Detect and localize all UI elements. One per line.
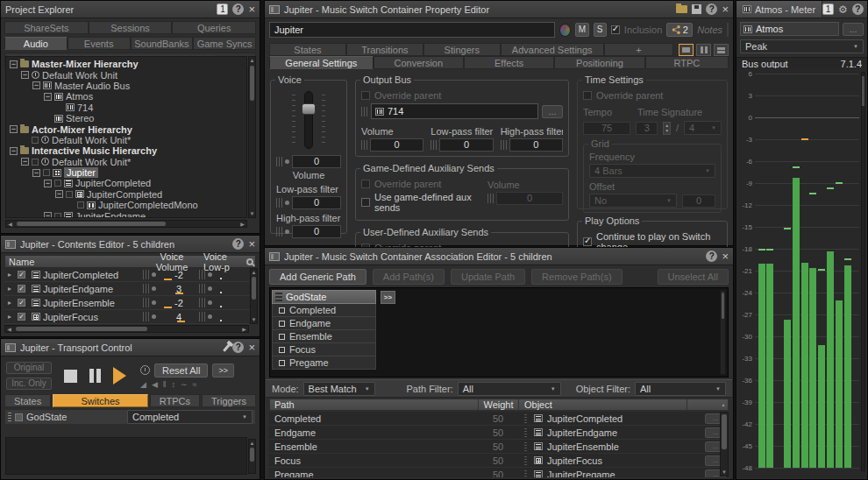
tab-audio[interactable]: Audio	[4, 37, 68, 50]
tree-expander-icon[interactable]: −	[44, 93, 52, 101]
expand-chevron-icon[interactable]: ▸	[4, 285, 15, 293]
tree-node-default-work-unit[interactable]: −Default Work Unit	[6, 69, 246, 80]
tree-expander-icon[interactable]: −	[10, 125, 18, 133]
open-icon[interactable]	[676, 5, 687, 13]
output-bus-selector[interactable]: 714	[371, 103, 538, 119]
window-number-badge[interactable]: 1	[217, 4, 228, 15]
list-item-jupiterendgame[interactable]: ▸✓JupiterEndgame3	[4, 282, 256, 296]
state-group-header[interactable]: GodState	[272, 290, 376, 304]
tree-node-actor-mixer-hierarchy[interactable]: −Actor-Mixer Hierarchy	[6, 124, 246, 134]
tree-checkbox[interactable]	[77, 201, 84, 208]
tab-effects[interactable]: Effects	[464, 56, 554, 69]
tab-sharesets[interactable]: ShareSets	[4, 21, 89, 34]
help-icon[interactable]: ?	[232, 4, 244, 15]
inc-only-button[interactable]: Inc. Only	[6, 378, 52, 390]
tree-node-jupiterendgame[interactable]: −JupiterEndgame	[6, 210, 246, 218]
tree-expander-icon[interactable]: −	[44, 180, 52, 187]
tree-node-master-mixer-hierarchy[interactable]: −Master-Mixer Hierarchy	[6, 59, 246, 69]
browse-meter-bus-button[interactable]: ...	[843, 23, 864, 36]
close-icon[interactable]: ×	[722, 252, 729, 261]
tree-expander-icon[interactable]: −	[10, 147, 18, 155]
sync-clock-icon[interactable]	[140, 365, 150, 375]
unselect-all-button[interactable]: Unselect All	[658, 269, 729, 285]
meter-mode-dropdown[interactable]: Peak▼	[740, 39, 864, 53]
references-button[interactable]: 2	[666, 23, 693, 37]
notes-field[interactable]	[727, 23, 729, 37]
bus-highpass-field[interactable]: 0	[509, 138, 563, 152]
tree-expander-icon[interactable]: −	[32, 81, 40, 89]
tree-checkbox[interactable]	[43, 169, 50, 176]
help-icon[interactable]: ?	[232, 238, 244, 250]
object-name-input[interactable]: Jupiter	[269, 22, 555, 38]
tree-expander-icon[interactable]: −	[32, 169, 40, 177]
tree-node-atmos[interactable]: −Atmos	[6, 91, 246, 102]
play-button[interactable]	[113, 367, 126, 385]
include-checkbox[interactable]: ✓	[18, 271, 25, 279]
tree-expander-icon[interactable]: −	[55, 190, 63, 198]
save-icon[interactable]	[692, 4, 701, 14]
tab-sessions[interactable]: Sessions	[89, 21, 173, 34]
continue-play-checkbox[interactable]	[583, 237, 592, 246]
tab-advanced-settings[interactable]: Advanced Settings	[501, 43, 604, 56]
search-icon[interactable]	[246, 258, 253, 265]
bus-volume-field[interactable]: 0	[370, 138, 423, 152]
list-item-jupiterfocus[interactable]: ▸✓JupiterFocus4	[4, 310, 256, 324]
gear-icon[interactable]: ⚙	[838, 4, 848, 15]
add-path-s-button[interactable]: Add Path(s)	[373, 269, 445, 285]
tree-expander-icon[interactable]: −	[44, 212, 52, 218]
meter-tab[interactable]: Atmos - Meter	[736, 1, 822, 18]
tab-soundbanks[interactable]: SoundBanks	[131, 37, 194, 50]
switch-value-dropdown[interactable]: Completed▼	[127, 410, 253, 424]
weight-cell[interactable]: 50	[478, 455, 518, 466]
expand-chevron-icon[interactable]: ▸	[4, 271, 15, 279]
tree-node-default-work-unit[interactable]: Default Work Unit*	[6, 135, 246, 145]
pause-button[interactable]	[89, 369, 101, 383]
update-path-button[interactable]: Update Path	[451, 269, 525, 285]
tab-conversion[interactable]: Conversion	[374, 56, 464, 69]
tree-vertical-scrollbar[interactable]: ▲▼	[248, 56, 256, 218]
browse-bus-button[interactable]: ...	[542, 105, 563, 118]
path-filter-dropdown[interactable]: All▼	[458, 382, 561, 396]
expand-paths-button[interactable]: >>	[381, 291, 395, 304]
meter-scrollbar[interactable]	[861, 72, 865, 471]
tab-events[interactable]: Events	[68, 37, 131, 50]
stepper-buttons[interactable]: ▲▼	[663, 122, 671, 135]
meter-bus-selector[interactable]: Atmos	[740, 22, 839, 36]
weight-cell[interactable]: 50	[478, 413, 518, 424]
table-row-completed[interactable]: Completed50JupiterCompleted...	[269, 412, 729, 426]
contents-vertical-scrollbar[interactable]: ▲▼	[250, 268, 258, 324]
tab-general-settings[interactable]: General Settings	[269, 56, 374, 69]
layout-split-button[interactable]	[696, 44, 711, 56]
close-icon[interactable]: ×	[248, 343, 255, 352]
override-parent-checkbox[interactable]	[583, 91, 592, 100]
override-parent-checkbox[interactable]	[361, 180, 370, 188]
tree-checkbox[interactable]	[32, 159, 39, 166]
object-cell[interactable]: JupiterEndgame	[518, 427, 705, 438]
tab-transitions[interactable]: Transitions	[346, 43, 423, 56]
include-checkbox[interactable]: ✓	[18, 299, 25, 307]
table-row-pregame[interactable]: Pregame50JupiterPregame...	[269, 468, 729, 477]
transport-more-button[interactable]: >>	[212, 364, 234, 378]
state-item-pregame[interactable]: Pregame	[272, 356, 376, 370]
tab-rtpc[interactable]: RTPC	[645, 56, 729, 69]
fade-icon[interactable]: ◢	[140, 380, 146, 389]
tab-game-syncs[interactable]: Game Syncs	[193, 37, 256, 50]
inclusion-checkbox[interactable]	[611, 25, 620, 34]
window-number-badge[interactable]: 1	[822, 4, 834, 15]
column-header-path[interactable]: Path	[270, 399, 479, 410]
tree-node-jupiter[interactable]: −Jupiter	[6, 167, 246, 178]
tree-checkbox[interactable]	[66, 191, 73, 198]
tree-node-jupitercompleted[interactable]: −JupiterCompleted	[6, 189, 246, 200]
layout-single-button[interactable]	[679, 44, 694, 56]
reset-all-button[interactable]: Reset All	[154, 364, 208, 378]
help-icon[interactable]: ?	[232, 342, 244, 353]
tree-node-default-work-unit[interactable]: −Default Work Unit*	[6, 157, 246, 167]
state-item-focus[interactable]: Focus	[272, 343, 376, 356]
curve-icon[interactable]: ∼	[181, 380, 188, 389]
dock-icon[interactable]	[269, 252, 280, 261]
add-generic-path-button[interactable]: Add Generic Path	[269, 269, 366, 285]
solo-button[interactable]: S	[594, 23, 607, 37]
tab-[interactable]: +	[604, 43, 673, 56]
switch-group-row[interactable]: GodState Completed▼	[4, 409, 256, 425]
column-header-object[interactable]: Object	[519, 399, 687, 410]
